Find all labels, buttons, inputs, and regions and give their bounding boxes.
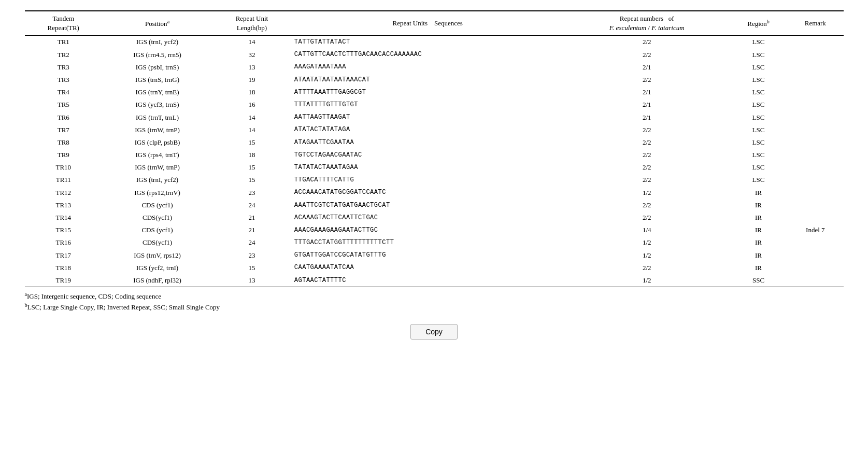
table-row: TR19IGS (ndhF, rpl32)13AGTAACTATTTTC1/2S… (25, 274, 844, 287)
table-row: TR2IGS (rrn4.5, rrn5)32CATTGTTCAACTCTTTG… (25, 49, 844, 61)
table-row: TR10IGS (trnW, trnP)15TATATACTAAATAGAA2/… (25, 161, 844, 174)
col-header-region: Regionb (730, 11, 787, 36)
main-table: TandemRepeat(TR) Positiona Repeat UnitLe… (25, 10, 844, 287)
table-row: TR16CDS(ycf1)24TTTGACCTATGGTTTTTTTTTTCTT… (25, 236, 844, 249)
table-row: TR9IGS (rps4, trnT)18TGTCCTAGAACGAATAC2/… (25, 149, 844, 161)
table-row: TR4IGS (trnY, trnE)18ATTTTAAATTTGAGGCGT2… (25, 86, 844, 98)
table-row: TR15CDS (ycf1)21AAACGAAAGAAGAATACTTGC1/4… (25, 224, 844, 236)
col-header-repeat-numbers: Repeat numbers ofF. esculentum / F. tata… (564, 11, 730, 36)
table-row: TR5IGS (ycf3, trnS)16TTTATTTTGTTTGTGT2/1… (25, 98, 844, 111)
table-row: TR3IGS (psbI, trnS)13AAAGATAAATAAA2/1LSC (25, 61, 844, 74)
table-row: TR3IGS (trnS, trnG)19ATAATATAATAATAAACAT… (25, 74, 844, 86)
col-header-length: Repeat UnitLength(bp) (212, 11, 291, 36)
col-header-position: Positiona (102, 11, 212, 36)
copy-button-area: Copy (21, 324, 847, 340)
table-row: TR7IGS (trnW, trnP)14ATATACTATATAGA2/2LS… (25, 124, 844, 136)
header-row-1: TandemRepeat(TR) Positiona Repeat UnitLe… (25, 11, 844, 36)
table-row: TR18IGS (ycf2, trnI)15CAATGAAAATATCAA2/2… (25, 262, 844, 274)
col-header-sequences: Repeat Units Sequences (291, 11, 564, 36)
table-row: TR8IGS (clpP, psbB)15ATAGAATTCGAATAA2/2L… (25, 136, 844, 149)
table-row: TR13CDS (ycf1)24AAATTCGTCTATGATGAACTGCAT… (25, 199, 844, 211)
table-row: TR12IGS (rps12,trnV)23ACCAAACATATGCGGATC… (25, 187, 844, 199)
table-row: TR14CDS(ycf1)21ACAAAGTACTTCAATTCTGAC2/2I… (25, 211, 844, 224)
footnote-b: bLSC; Large Single Copy, IR; Inverted Re… (25, 302, 844, 312)
copy-button[interactable]: Copy (410, 324, 458, 340)
table-row: TR17IGS (trnV, rps12)23GTGATTGGATCCGCATA… (25, 249, 844, 262)
footnote-a: aIGS; Intergenic sequence, CDS; Coding s… (25, 291, 844, 301)
table-row: TR6IGS (trnT, trnL)14AATTAAGTTAAGAT2/1LS… (25, 111, 844, 124)
footnotes: aIGS; Intergenic sequence, CDS; Coding s… (25, 291, 844, 312)
col-header-remark: Remark (787, 11, 843, 36)
table-row: TR1IGS (trnI, ycf2)14TATTGTATTATACT2/2LS… (25, 36, 844, 49)
col-header-tr: TandemRepeat(TR) (25, 11, 103, 36)
table-wrapper: TandemRepeat(TR) Positiona Repeat UnitLe… (25, 10, 844, 314)
table-row: TR11IGS (trnI, ycf2)15TTGACATTTTCATTG2/2… (25, 174, 844, 186)
